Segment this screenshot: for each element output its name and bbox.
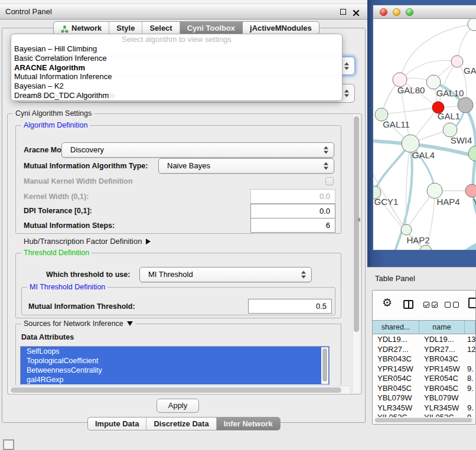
- node-table-window: ⚙ shared... name YDL19...YDL19...13YDR27…: [372, 290, 476, 425]
- apply-button[interactable]: Apply: [157, 399, 199, 413]
- data-attribute-item[interactable]: gal4RGexp: [21, 375, 329, 384]
- deselect-all-checkboxes-icon[interactable]: [445, 302, 459, 308]
- tab-discretize-data[interactable]: Discretize Data: [146, 418, 216, 430]
- which-threshold-select[interactable]: MI Threshold: [139, 267, 312, 282]
- cyni-settings-title: Cyni Algorithm Settings: [13, 109, 94, 118]
- attribute-list-scrollbar[interactable]: [321, 347, 328, 384]
- table-row[interactable]: YPR145WYPR145W9.: [373, 364, 475, 374]
- settings-horizontal-scrollbar[interactable]: [9, 386, 350, 394]
- table-cell: YDR27...: [419, 345, 465, 355]
- export-table-icon[interactable]: [468, 298, 476, 308]
- control-panel-tabs: Network Style Select Cyni Toolbox jActiv…: [53, 21, 319, 35]
- zoom-traffic-light-icon[interactable]: [406, 8, 413, 16]
- mi-type-label: Mutual Information Algorithm Type:: [24, 158, 148, 174]
- table-cell: 9.: [465, 403, 475, 413]
- aracne-mode-select[interactable]: Discovery: [61, 142, 334, 158]
- algorithm-popup-item[interactable]: Mutual Information Inference: [11, 72, 342, 81]
- table-row[interactable]: YDL19...YDL19...13: [373, 335, 475, 345]
- table-cell: 9.: [465, 384, 475, 394]
- tab-infer-network-label: Infer Network: [224, 418, 273, 430]
- network-node[interactable]: [426, 75, 441, 89]
- tab-jactivemnodules[interactable]: jActiveMNodules: [243, 22, 319, 34]
- network-node[interactable]: [420, 245, 432, 250]
- sources-title: Sources for Network Inference: [24, 319, 123, 328]
- tab-cyni-toolbox[interactable]: Cyni Toolbox: [180, 22, 243, 34]
- table-row[interactable]: YBR043CYBR043C: [373, 354, 475, 364]
- combo-stepper-icon: [323, 146, 329, 154]
- table-horizontal-scrollbar[interactable]: [374, 417, 475, 423]
- minimize-traffic-light-icon[interactable]: [393, 8, 400, 16]
- network-node-label: SWI4: [451, 135, 472, 145]
- hub-definition-label: Hub/Transcription Factor Definition: [24, 236, 142, 247]
- column-header-partial[interactable]: [465, 321, 475, 334]
- network-node-label: HAP2: [406, 235, 429, 245]
- table-cell: 13: [465, 335, 475, 345]
- table-panel: Table Panel ⚙ shared... name YDL19...YDL…: [367, 267, 476, 450]
- network-node[interactable]: [468, 19, 476, 31]
- data-attributes-label: Data Attributes: [21, 332, 74, 343]
- network-node[interactable]: [401, 224, 412, 235]
- table-row[interactable]: YBR045CYBR045C9.: [373, 384, 475, 394]
- tab-infer-network[interactable]: Infer Network: [217, 418, 280, 430]
- combo-stepper-icon: [323, 162, 329, 170]
- data-attribute-item[interactable]: BetweennessCentrality: [21, 366, 329, 375]
- table-cell: YIL052C: [419, 413, 465, 417]
- sources-collapse-toggle[interactable]: Sources for Network Inference: [21, 319, 135, 328]
- table-row[interactable]: YER054CYER054C8.: [373, 374, 475, 384]
- dpi-tolerance-field[interactable]: 0.0: [250, 204, 335, 219]
- tab-network[interactable]: Network: [54, 22, 109, 34]
- table-cell: 9.: [465, 364, 475, 374]
- close-traffic-light-icon[interactable]: [380, 8, 387, 16]
- table-cell: YBL079W: [373, 393, 419, 403]
- hub-definition-expander[interactable]: Hub/Transcription Factor Definition: [24, 236, 151, 247]
- mit-field[interactable]: 0.5: [248, 299, 332, 314]
- mi-steps-field[interactable]: 6: [250, 218, 335, 233]
- tab-impute-data-label: Impute Data: [95, 418, 139, 430]
- algorithm-popup-item[interactable]: ARACNE Algorithm: [11, 63, 342, 73]
- kernel-width-label: Kernel Width (0,1):: [24, 189, 89, 204]
- table-cell: YPR145W: [373, 364, 419, 374]
- panel-splitter-handle[interactable]: [357, 217, 360, 222]
- network-window-titlebar[interactable]: [373, 5, 476, 19]
- tab-select[interactable]: Select: [142, 22, 180, 34]
- window-top-strip: [0, 0, 367, 4]
- tab-jactivemnodules-label: jActiveMNodules: [250, 22, 312, 34]
- table-row[interactable]: YIL052CYIL052C9.: [373, 413, 475, 417]
- data-attribute-item[interactable]: SelfLoops: [21, 347, 329, 356]
- network-node[interactable]: [465, 184, 476, 197]
- split-columns-icon[interactable]: [403, 300, 413, 309]
- gear-icon[interactable]: ⚙: [382, 297, 392, 308]
- table-cell: YBR045C: [373, 384, 419, 394]
- table-cell: YBR043C: [419, 354, 465, 364]
- screen: Control Panel Network Style Select Cyni …: [0, 0, 476, 450]
- kernel-width-field[interactable]: 0.0: [250, 189, 335, 204]
- table-row[interactable]: YDR27...YDR27...12: [373, 345, 475, 355]
- network-canvas[interactable]: GALGAL80GAL10GAL1GAL11SWI4GAL4GCY1HAP4YH…: [373, 19, 476, 250]
- network-node-label: GAL10: [436, 88, 464, 98]
- mi-threshold-definition-title: MI Threshold Definition: [27, 283, 107, 291]
- algorithm-popup-item[interactable]: Bayesian – K2: [11, 81, 342, 91]
- data-attribute-item[interactable]: TopologicalCoefficient: [21, 356, 329, 366]
- settings-vertical-scrollbar[interactable]: [352, 115, 360, 393]
- collapsed-panel-widget[interactable]: [3, 439, 14, 450]
- table-row[interactable]: YLR345WYLR345W9.: [373, 403, 475, 413]
- collapse-down-icon: [127, 321, 133, 326]
- network-node[interactable]: [451, 56, 463, 67]
- tab-style[interactable]: Style: [109, 22, 142, 34]
- tab-style-label: Style: [116, 22, 135, 34]
- select-all-checkboxes-icon[interactable]: [423, 302, 438, 308]
- close-icon[interactable]: [353, 8, 360, 15]
- table-row[interactable]: YBL079WYBL079W: [373, 393, 475, 403]
- network-node-label: GCY1: [374, 197, 399, 207]
- manual-kernel-checkbox[interactable]: [325, 177, 334, 185]
- column-header-name[interactable]: name: [419, 321, 465, 334]
- mi-type-select[interactable]: Naive Bayes: [158, 158, 334, 174]
- column-header-shared[interactable]: shared...: [373, 321, 419, 334]
- table-cell: YBR045C: [419, 384, 465, 394]
- table-cell: 12: [465, 345, 475, 355]
- algorithm-dropdown-popup: Inference Algorithm gal-filtered.sif def…: [11, 34, 343, 101]
- tab-impute-data[interactable]: Impute Data: [88, 418, 146, 430]
- network-node[interactable]: [468, 146, 476, 161]
- table-cell: YBR043C: [373, 354, 419, 364]
- float-panel-icon[interactable]: [340, 9, 346, 15]
